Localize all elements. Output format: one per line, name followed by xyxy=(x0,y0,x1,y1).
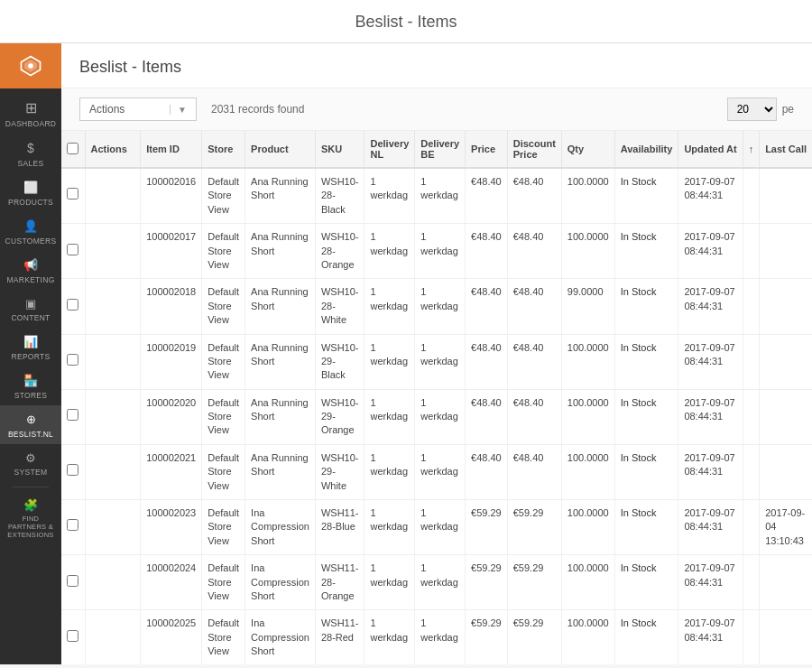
row-sku: WSH10-29-White xyxy=(315,444,364,499)
row-delivery-nl: 1 werkdag xyxy=(364,610,415,664)
actions-dropdown[interactable]: Actions ▼ xyxy=(79,97,197,121)
row-updated-at: 2017-09-0708:44:31 xyxy=(678,500,743,555)
table-header-row: Actions Item ID Store Product SKU Delive… xyxy=(61,131,812,168)
browser-title-text: Beslist - Items xyxy=(355,13,457,31)
sidebar-label-stores: STORES xyxy=(14,391,48,400)
row-item-id: 100002019 xyxy=(141,334,202,389)
row-qty: 100.0000 xyxy=(561,389,614,444)
row-delivery-be: 1 werkdag xyxy=(415,610,466,664)
row-price: €48.40 xyxy=(466,224,508,279)
row-product: Ina Compression Short xyxy=(245,555,316,610)
row-last-call xyxy=(760,610,812,664)
row-store: Default StoreView xyxy=(202,334,245,389)
row-checkbox-cell xyxy=(61,279,85,334)
per-page-suffix: pe xyxy=(782,103,794,116)
row-discount-price: €59.29 xyxy=(507,610,561,664)
customers-icon: 👤 xyxy=(23,219,38,234)
row-checkbox[interactable] xyxy=(67,188,78,199)
row-availability: In Stock xyxy=(614,610,678,664)
row-qty: 100.0000 xyxy=(561,168,614,224)
sidebar-item-partners[interactable]: 🧩 FIND PARTNERS & EXTENSIONS xyxy=(0,491,61,545)
row-discount-price: €48.40 xyxy=(507,168,561,224)
table-row: 100002016 Default StoreView Ana Running … xyxy=(61,168,812,224)
row-delivery-be: 1 werkdag xyxy=(415,168,466,224)
row-item-id: 100002023 xyxy=(141,500,202,555)
sidebar-item-system[interactable]: ⚙ SYSTEM xyxy=(0,444,61,483)
row-sort xyxy=(743,389,760,444)
row-product: Ina Compression Short xyxy=(245,500,316,555)
row-checkbox[interactable] xyxy=(67,519,78,531)
per-page-select[interactable]: 20 50 100 xyxy=(727,97,777,121)
sidebar-item-customers[interactable]: 👤 CUSTOMERS xyxy=(0,212,61,251)
per-page-control: 20 50 100 pe xyxy=(727,97,794,121)
toolbar: Actions ▼ 2031 records found 20 50 100 p… xyxy=(61,88,812,131)
products-icon: ⬜ xyxy=(23,181,38,195)
row-qty: 100.0000 xyxy=(561,444,614,499)
sidebar-item-reports[interactable]: 📊 REPORTS xyxy=(0,328,61,366)
th-discount-price: DiscountPrice xyxy=(507,131,561,168)
row-checkbox-cell xyxy=(61,610,85,664)
row-checkbox[interactable] xyxy=(67,630,78,642)
row-delivery-nl: 1 werkdag xyxy=(364,444,415,499)
row-checkbox[interactable] xyxy=(67,244,78,255)
row-item-id: 100002016 xyxy=(141,168,202,224)
table-wrapper: Actions Item ID Store Product SKU Delive… xyxy=(61,131,812,664)
sidebar-label-content: CONTENT xyxy=(11,313,50,322)
row-sort xyxy=(743,279,760,334)
table-row: 100002020 Default StoreView Ana Running … xyxy=(61,389,812,444)
sidebar-item-products[interactable]: ⬜ PRODUCTS xyxy=(0,173,61,212)
sidebar-label-products: PRODUCTS xyxy=(8,198,53,207)
row-availability: In Stock xyxy=(614,279,678,334)
row-sku: WSH11-28-Blue xyxy=(315,500,364,555)
sidebar-item-marketing[interactable]: 📢 MARKETING xyxy=(0,251,61,290)
table-row: 100002019 Default StoreView Ana Running … xyxy=(61,334,812,389)
row-qty: 100.0000 xyxy=(561,555,614,610)
row-store: Default StoreView xyxy=(202,555,245,610)
row-availability: In Stock xyxy=(614,334,678,389)
row-checkbox[interactable] xyxy=(67,299,78,311)
row-price: €48.40 xyxy=(466,389,508,444)
dropdown-arrow-icon: ▼ xyxy=(170,105,187,115)
sidebar-item-dashboard[interactable]: ⊞ DASHBOARD xyxy=(0,92,61,134)
row-actions xyxy=(85,168,141,224)
sidebar-item-beslistnl[interactable]: ⊕ BESLIST.NL xyxy=(0,405,61,444)
row-sort xyxy=(743,224,760,279)
row-checkbox[interactable] xyxy=(67,354,78,366)
row-store: Default StoreView xyxy=(202,444,245,499)
row-last-call xyxy=(760,555,812,610)
sidebar-item-content[interactable]: ▣ CONTENT xyxy=(0,290,61,329)
th-store: Store xyxy=(202,131,245,168)
row-sort xyxy=(743,500,760,555)
row-checkbox[interactable] xyxy=(67,464,78,476)
row-updated-at: 2017-09-0708:44:31 xyxy=(678,279,743,334)
select-all-checkbox[interactable] xyxy=(67,143,78,154)
row-qty: 99.0000 xyxy=(561,279,614,334)
th-sku: SKU xyxy=(315,131,364,168)
sidebar: ⊞ DASHBOARD $ SALES ⬜ PRODUCTS 👤 CUSTOME… xyxy=(0,43,61,664)
row-actions xyxy=(85,279,141,334)
row-product: Ana Running Short xyxy=(245,444,316,499)
row-last-call: 2017-09-0413:10:43 xyxy=(760,500,812,555)
row-qty: 100.0000 xyxy=(561,334,614,389)
row-delivery-nl: 1 werkdag xyxy=(364,279,415,334)
row-sku: WSH10-29-Black xyxy=(315,334,364,389)
th-sort[interactable]: ↑ xyxy=(743,131,760,168)
actions-label: Actions xyxy=(89,103,125,116)
row-updated-at: 2017-09-0708:44:31 xyxy=(678,168,743,224)
row-price: €48.40 xyxy=(466,279,508,334)
system-icon: ⚙ xyxy=(25,451,36,466)
row-checkbox[interactable] xyxy=(67,575,78,587)
sidebar-item-sales[interactable]: $ SALES xyxy=(0,134,61,173)
sidebar-item-stores[interactable]: 🏪 STORES xyxy=(0,366,61,405)
row-actions xyxy=(85,334,141,389)
row-discount-price: €59.29 xyxy=(507,555,561,610)
row-store: Default StoreView xyxy=(202,168,245,224)
sidebar-label-marketing: MARKETING xyxy=(6,275,54,284)
row-discount-price: €48.40 xyxy=(507,389,561,444)
row-checkbox[interactable] xyxy=(67,409,78,421)
row-price: €59.29 xyxy=(466,555,508,610)
row-delivery-nl: 1 werkdag xyxy=(364,334,415,389)
row-delivery-nl: 1 werkdag xyxy=(364,555,415,610)
row-store: Default StoreView xyxy=(202,279,245,334)
th-actions: Actions xyxy=(85,131,141,168)
